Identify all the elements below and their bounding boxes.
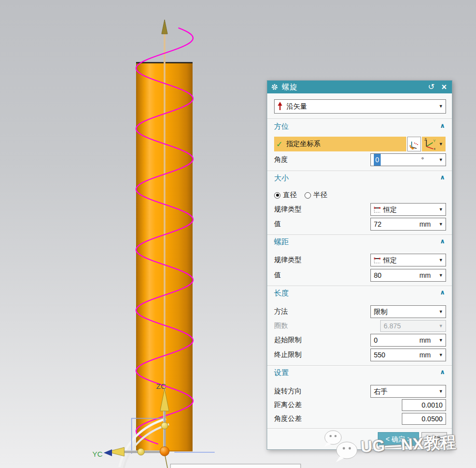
pitch-value-input[interactable]: 80 mm ▼ [370,269,446,282]
svg-text:x: x [434,147,436,150]
size-law-row: 规律类型 恒定 ▼ [267,203,452,216]
diameter-value-input[interactable]: 72 mm ▼ [370,218,446,231]
start-limit-row: 起始限制 0 mm ▼ [267,333,452,347]
size-header-row[interactable]: 大小 ∧ [267,174,452,184]
mm-unit: mm [420,269,431,281]
angle-label: 角度 [274,153,288,167]
start-limit-value: 0 [374,334,378,346]
end-limit-row: 终止限制 550 mm ▼ [267,348,452,362]
pitch-header-row[interactable]: 螺距 ∧ [267,237,452,248]
rotation-direction-value: 右手 [374,385,388,397]
chevron-down-icon[interactable]: ▼ [439,306,443,318]
angle-tolerance-value: 0.0500 [402,413,446,424]
start-limit-input[interactable]: 0 mm ▼ [370,334,446,347]
turns-value: 6.875 [384,321,401,331]
chevron-down-icon[interactable]: ▼ [439,142,443,146]
specify-csys-label: 指定坐标系 [286,140,320,148]
pitch-value-row: 值 80 mm ▼ [267,268,452,282]
mm-unit: mm [420,334,431,346]
diameter-value: 72 [374,218,382,230]
distance-tolerance-label: 距离公差 [274,399,302,411]
close-button[interactable]: × [438,81,450,93]
diameter-label: 直径 [283,191,297,200]
vector-up-icon [277,102,283,111]
svg-text:Z: Z [424,138,427,141]
divider [267,286,452,287]
orientation-header-row[interactable]: 方位 ∧ [267,122,452,133]
diameter-radio[interactable] [274,192,280,199]
dialog-titlebar[interactable]: 螺旋 ↺ × [267,81,452,93]
turns-label: 圈数 [274,320,288,332]
specify-csys-field[interactable]: ✓ 指定坐标系 [274,137,406,151]
dialog-title: 螺旋 [282,83,298,92]
chevron-down-icon[interactable]: ▼ [439,254,443,266]
check-icon: ✓ [276,140,282,149]
collapse-icon[interactable]: ∧ [440,289,445,296]
chevron-down-icon[interactable]: ▼ [439,269,443,281]
yc-blue-wedge [104,449,112,456]
end-limit-label: 终止限制 [274,348,302,362]
divider [267,118,452,119]
turns-input-disabled: 6.875 ▼ [380,320,446,332]
settings-title: 设置 [274,368,289,378]
orientation-title: 方位 [274,122,289,131]
size-title: 大小 [274,174,289,183]
divider [267,428,452,429]
helix-dialog: 螺旋 ↺ × 沿矢量 ▼ 方位 ∧ ✓ 指定坐标系 [267,80,452,450]
pitch-law-dropdown[interactable]: 恒定 ▼ [370,254,446,266]
angle-tolerance-input[interactable]: 0.0500 [402,413,446,425]
zc-label: ZC [156,382,166,390]
ok-button[interactable]: < 确定 > [378,432,419,446]
size-radio-row: 直径 半径 [267,190,452,201]
start-limit-label: 起始限制 [274,333,302,347]
reset-button[interactable]: ↺ [425,81,437,93]
chevron-down-icon[interactable]: ▼ [439,100,443,113]
length-header-row[interactable]: 长度 ∧ [267,289,452,299]
collapse-icon[interactable]: ∧ [440,122,445,129]
pitch-value: 80 [374,269,382,281]
collapse-icon[interactable]: ∧ [440,237,445,245]
chevron-down-icon[interactable]: ▼ [439,334,443,346]
y-drag-ball [138,448,144,455]
chevron-down-icon[interactable]: ▼ [439,385,443,397]
mm-unit: mm [420,349,431,361]
chevron-down-icon[interactable]: ▼ [439,218,443,230]
specify-csys-row: ✓ 指定坐标系 Z Y [267,137,452,151]
collapse-icon[interactable]: ∧ [440,368,445,376]
pitch-law-value: 恒定 [383,254,397,266]
length-method-row: 方法 限制 ▼ [267,305,452,319]
clipped-bottom-panel [170,464,301,468]
csys-dialog-button[interactable] [407,137,421,151]
cancel-button[interactable]: 取消 [421,432,447,446]
collapse-icon[interactable]: ∧ [440,174,445,181]
size-law-dropdown[interactable]: 恒定 ▼ [370,203,446,216]
chevron-down-icon[interactable]: ▼ [439,349,443,361]
method-value: 限制 [374,306,388,318]
rotation-direction-dropdown[interactable]: 右手 ▼ [370,385,446,398]
distance-tolerance-input[interactable]: 0.0010 [402,399,446,411]
footer-row: < 确定 > 取消 [267,432,452,447]
angle-tolerance-label: 角度公差 [274,412,302,425]
law-type-label: 规律类型 [274,203,302,216]
chevron-down-icon[interactable]: ▼ [439,204,443,215]
angle-input[interactable]: 0 ° ▼ [370,153,446,166]
law-type-label: 规律类型 [274,253,302,267]
helix-type-row: 沿矢量 ▼ [267,99,452,113]
radius-radio[interactable] [305,192,311,199]
constant-law-icon [373,205,381,213]
z-drag-ball [161,422,168,429]
radio-group: 直径 半径 [274,190,327,201]
csys-orientation-button[interactable]: Z Y x ▼ [422,137,446,151]
method-dropdown[interactable]: 限制 ▼ [370,305,446,318]
end-limit-input[interactable]: 550 mm ▼ [370,349,446,361]
pitch-law-row: 规律类型 恒定 ▼ [267,253,452,267]
angle-value: 0 [374,154,381,166]
chevron-down-icon[interactable]: ▼ [439,154,443,166]
svg-text:Y: Y [433,139,436,143]
divider [267,234,452,235]
chevron-down-icon: ▼ [439,321,443,331]
helix-type-combo[interactable]: 沿矢量 ▼ [274,99,446,114]
settings-header-row[interactable]: 设置 ∧ [267,368,452,379]
method-label: 方法 [274,305,288,319]
helix-type-value: 沿矢量 [286,100,307,113]
